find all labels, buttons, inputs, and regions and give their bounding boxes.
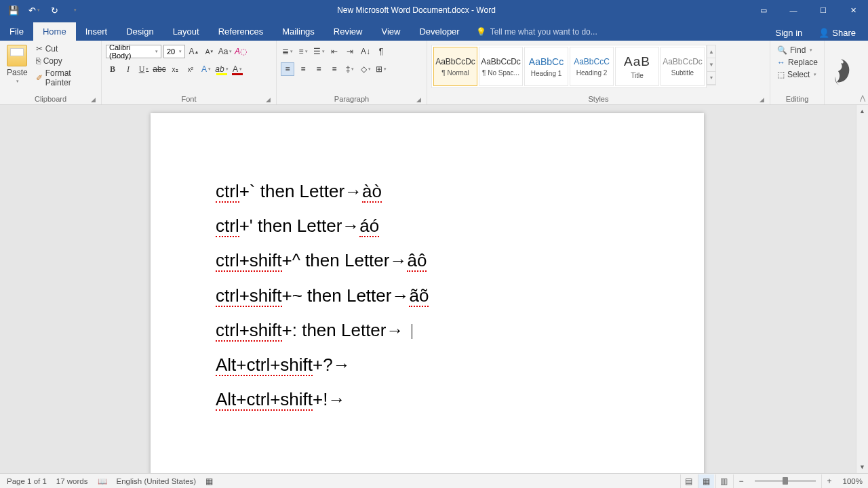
paste-dropdown[interactable]: ▾: [16, 79, 19, 84]
style-heading-2[interactable]: AaBbCcCHeading 2: [570, 47, 614, 86]
bullets-button[interactable]: ≣▾: [281, 45, 294, 58]
style---no-spac---[interactable]: AaBbCcDc¶ No Spac...: [479, 47, 523, 86]
ribbon-display-options[interactable]: ▭: [749, 0, 778, 20]
highlight-button[interactable]: ab▾: [215, 62, 229, 76]
save-button[interactable]: 💾: [4, 1, 23, 19]
styles-up[interactable]: ▲: [707, 45, 715, 58]
italic-button[interactable]: I: [121, 62, 135, 76]
tab-view[interactable]: View: [372, 22, 410, 41]
bold-button[interactable]: B: [106, 62, 119, 76]
print-layout-button[interactable]: ▦: [698, 474, 714, 488]
select-button[interactable]: ⬚Select▾: [774, 69, 821, 80]
align-right-button[interactable]: ≡: [312, 62, 326, 76]
find-button[interactable]: 🔍Find▾: [774, 45, 821, 56]
font-name-combo[interactable]: Calibri (Body)▾: [106, 45, 161, 58]
redo-button[interactable]: ↻: [45, 1, 64, 19]
zoom-in-button[interactable]: +: [821, 474, 837, 488]
tab-insert[interactable]: Insert: [76, 22, 117, 41]
align-center-button[interactable]: ≡: [296, 62, 310, 76]
format-painter-button[interactable]: ✐Format Painter: [33, 68, 97, 88]
text-effects-button[interactable]: A▾: [199, 62, 213, 76]
numbering-button[interactable]: ≡▾: [296, 45, 310, 58]
strikethrough-button[interactable]: abc: [153, 62, 166, 76]
style-heading-1[interactable]: AaBbCcHeading 1: [524, 47, 568, 86]
justify-button[interactable]: ≡: [328, 62, 341, 76]
close-button[interactable]: ✕: [838, 0, 868, 20]
minimize-button[interactable]: —: [778, 0, 808, 20]
change-case-button[interactable]: Aa▾: [218, 45, 232, 58]
styles-down[interactable]: ▼: [707, 58, 715, 71]
styles-launcher[interactable]: ◢: [760, 96, 764, 103]
clipboard-launcher[interactable]: ◢: [91, 96, 96, 103]
language-status[interactable]: English (United States): [117, 477, 197, 485]
sign-in-link[interactable]: Sign in: [769, 25, 810, 41]
tab-developer[interactable]: Developer: [410, 22, 469, 41]
styles-more[interactable]: ▾: [707, 72, 715, 85]
tab-references[interactable]: References: [209, 22, 273, 41]
copy-button[interactable]: ⎘Copy: [33, 56, 97, 66]
maximize-button[interactable]: ☐: [808, 0, 838, 20]
doc-line[interactable]: ctrl+` then Letter→àò: [216, 181, 639, 202]
word-count[interactable]: 17 words: [56, 477, 88, 485]
page-count[interactable]: Page 1 of 1: [7, 477, 47, 485]
replace-button[interactable]: ↔Replace: [774, 57, 821, 68]
doc-line[interactable]: Alt+ctrl+shift+!→: [216, 389, 639, 410]
shrink-font-button[interactable]: A▼: [203, 45, 216, 58]
paste-button[interactable]: Paste: [7, 68, 28, 77]
page[interactable]: ctrl+` then Letter→àòctrl+' then Letter→…: [151, 113, 704, 473]
font-size-combo[interactable]: 20▾: [163, 45, 185, 58]
tab-mailings[interactable]: Mailings: [273, 22, 324, 41]
line-spacing-button[interactable]: ‡▾: [343, 62, 357, 76]
scroll-up[interactable]: ▲: [856, 105, 868, 117]
share-button[interactable]: 👤Share: [812, 25, 863, 41]
document-canvas[interactable]: ctrl+` then Letter→àòctrl+' then Letter→…: [0, 105, 856, 473]
doc-line[interactable]: Alt+ctrl+shift+?→: [216, 354, 639, 375]
cut-button[interactable]: ✂Cut: [33, 43, 97, 54]
paragraph-launcher[interactable]: ◢: [416, 96, 421, 103]
zoom-level[interactable]: 100%: [843, 477, 863, 485]
doc-line[interactable]: ctrl+' then Letter→áó: [216, 216, 639, 237]
zoom-slider[interactable]: [755, 480, 816, 482]
collapse-ribbon-button[interactable]: ⋀: [860, 94, 865, 102]
subscript-button[interactable]: x₂: [168, 62, 182, 76]
doc-line[interactable]: ctrl+shift+^ then Letter→âô: [216, 250, 639, 271]
macro-icon[interactable]: ▦: [205, 476, 213, 486]
increase-indent-button[interactable]: ⇥: [343, 45, 357, 58]
font-color-button[interactable]: A▾: [231, 62, 244, 76]
style-title[interactable]: AaBTitle: [615, 47, 659, 86]
undo-button[interactable]: ↶▾: [24, 1, 43, 19]
multilevel-list-button[interactable]: ☰▾: [312, 45, 326, 58]
doc-line[interactable]: ctrl+shift+~ then Letter→ãõ: [216, 285, 639, 306]
superscript-button[interactable]: x²: [184, 62, 197, 76]
tab-file[interactable]: File: [0, 22, 33, 41]
sort-button[interactable]: A↓: [359, 45, 372, 58]
style-subtitle[interactable]: AaBbCcDcSubtitle: [660, 47, 705, 86]
styles-gallery[interactable]: AaBbCcDc¶ NormalAaBbCcDc¶ No Spac...AaBb…: [431, 45, 707, 88]
doc-line[interactable]: ctrl+shift+: then Letter→: [216, 320, 639, 341]
decrease-indent-button[interactable]: ⇤: [328, 45, 341, 58]
borders-button[interactable]: ⊞▾: [374, 62, 388, 76]
tab-design[interactable]: Design: [117, 22, 163, 41]
addin-dragon-icon[interactable]: [825, 41, 857, 104]
tell-me-search[interactable]: 💡Tell me what you want to do...: [469, 23, 604, 41]
tab-home[interactable]: Home: [33, 22, 76, 41]
show-hide-button[interactable]: ¶: [374, 45, 388, 58]
zoom-out-button[interactable]: −: [733, 474, 749, 488]
proofing-icon[interactable]: 📖: [98, 476, 107, 486]
grow-font-button[interactable]: A▲: [187, 45, 201, 58]
vertical-scrollbar[interactable]: ▲ ▼: [856, 105, 868, 473]
read-mode-button[interactable]: ▤: [680, 474, 696, 488]
clear-formatting-button[interactable]: A◌: [234, 45, 248, 58]
qat-customize[interactable]: ▾: [65, 1, 84, 19]
tab-review[interactable]: Review: [324, 22, 372, 41]
styles-scroll[interactable]: ▲ ▼ ▾: [707, 45, 716, 85]
shading-button[interactable]: ◇▾: [359, 62, 372, 76]
underline-button[interactable]: U▾: [137, 62, 151, 76]
align-left-button[interactable]: ≡: [281, 62, 294, 76]
font-launcher[interactable]: ◢: [266, 96, 271, 103]
style---normal[interactable]: AaBbCcDc¶ Normal: [433, 47, 477, 86]
tab-layout[interactable]: Layout: [163, 22, 209, 41]
scroll-down[interactable]: ▼: [856, 461, 868, 473]
web-layout-button[interactable]: ▥: [715, 474, 732, 488]
paste-icon[interactable]: [7, 45, 27, 66]
